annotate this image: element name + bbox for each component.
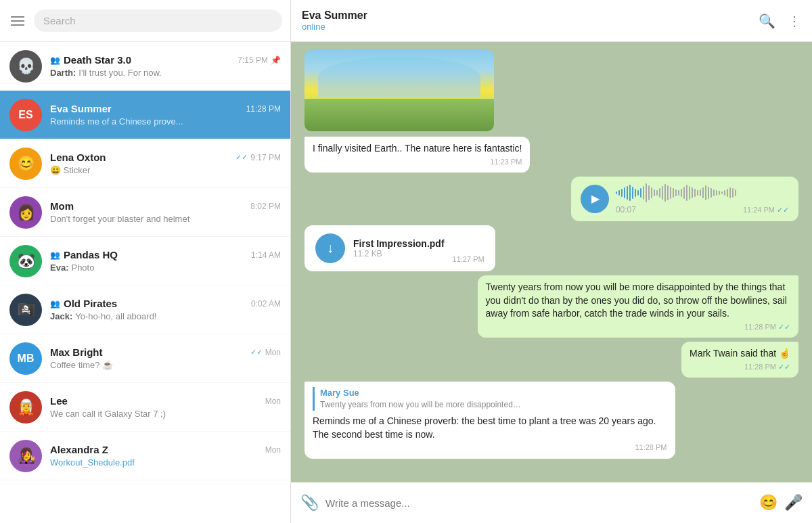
chat-time: Mon bbox=[265, 348, 281, 357]
file-info: First Impression.pdf 11.2 KB bbox=[353, 238, 445, 258]
chat-preview: Workout_Shedule.pdf bbox=[50, 457, 281, 468]
message-outgoing-long: Twenty years from now you will be more d… bbox=[304, 275, 798, 338]
chat-item-death-star[interactable]: 💀 👥Death Star 3.0 7:15 PM 📌 Darth: I'll … bbox=[0, 42, 290, 91]
chat-item-mom[interactable]: 👩 Mom 8:02 PM Don't forget your blaster … bbox=[0, 188, 290, 237]
chat-name: Max Bright bbox=[50, 346, 103, 358]
preview-sender: Darth: bbox=[50, 68, 76, 78]
avatar: 🧝 bbox=[9, 391, 42, 424]
group-icon: 👥 bbox=[50, 299, 60, 309]
chat-header: 👥Pandas HQ 1:14 AM bbox=[50, 249, 281, 260]
chat-info: Lee Mon We can call it Galaxy Star 7 ;) bbox=[50, 395, 281, 419]
chat-header: Lee Mon bbox=[50, 395, 281, 407]
chat-header: 👥Old Pirates 0:02 AM bbox=[50, 298, 281, 309]
left-panel: Search 💀 👥Death Star 3.0 7:15 PM 📌 Darth… bbox=[0, 0, 291, 523]
chat-name: Lee bbox=[50, 395, 68, 407]
preview-text: Yo-ho-ho, all aboard! bbox=[75, 311, 156, 321]
reply-author: Mary Sue bbox=[320, 387, 667, 399]
reply-quote: Mary Sue Twenty years from now you will … bbox=[313, 387, 667, 411]
chat-preview: 😀 Sticker bbox=[50, 165, 281, 175]
chat-header: 👥Death Star 3.0 7:15 PM 📌 bbox=[50, 54, 281, 66]
chat-name: 👥Old Pirates bbox=[50, 298, 117, 309]
preview-text: We can call it Galaxy Star 7 ;) bbox=[50, 409, 166, 419]
chat-item-max-bright[interactable]: MB Max Bright ✓✓ Mon Coffee time? ☕ bbox=[0, 334, 290, 383]
chat-time: Mon bbox=[265, 445, 281, 455]
download-button[interactable]: ↓ bbox=[315, 233, 345, 263]
chat-name: 👥Death Star 3.0 bbox=[50, 54, 131, 66]
message-time: 11:24 PM ✓✓ bbox=[743, 206, 789, 214]
message-time: 11:23 PM bbox=[313, 157, 522, 167]
microphone-icon[interactable]: 🎤 bbox=[784, 494, 803, 511]
attach-icon[interactable]: 📎 bbox=[300, 494, 319, 511]
group-icon: 👥 bbox=[50, 250, 60, 260]
chat-preview: Darth: I'll trust you. For now. bbox=[50, 68, 281, 78]
chat-preview: Reminds me of a Chinese prove... bbox=[50, 116, 281, 127]
chat-info: 👥Old Pirates 0:02 AM Jack: Yo-ho-ho, all… bbox=[50, 298, 281, 321]
message-text: Mark Twain said that ☝ bbox=[690, 348, 790, 359]
message-bubble: I finally visited Earth.. The nature her… bbox=[304, 137, 530, 173]
chat-item-old-pirates[interactable]: 🏴‍☠️ 👥Old Pirates 0:02 AM Jack: Yo-ho-ho… bbox=[0, 286, 290, 334]
chat-info: Max Bright ✓✓ Mon Coffee time? ☕ bbox=[50, 346, 281, 370]
chat-time: 0:02 AM bbox=[251, 299, 281, 309]
avatar: ES bbox=[9, 99, 42, 131]
chat-item-eva-summer[interactable]: ES Eva Summer 11:28 PM Reminds me of a C… bbox=[0, 91, 290, 139]
text-bubble: Mark Twain said that ☝ 11:28 PM ✓✓ bbox=[681, 342, 798, 378]
chat-info: Lena Oxton ✓✓ 9:17 PM 😀 Sticker bbox=[50, 152, 281, 175]
contact-name: Eva Summer bbox=[302, 9, 750, 22]
avatar: 👩‍🎤 bbox=[9, 440, 42, 472]
chat-time: 9:17 PM bbox=[250, 153, 281, 162]
more-options-icon[interactable]: ⋮ bbox=[788, 13, 801, 29]
message-text: Reminds me of a Chinese proverb: the bes… bbox=[313, 415, 656, 440]
message-bubble: Twenty years from now you will be more d… bbox=[478, 275, 799, 338]
play-button[interactable]: ▶ bbox=[581, 185, 609, 213]
avatar: MB bbox=[9, 342, 42, 375]
chat-item-lena-oxton[interactable]: 😊 Lena Oxton ✓✓ 9:17 PM 😀 Sticker bbox=[0, 139, 290, 188]
search-icon[interactable]: 🔍 bbox=[759, 13, 775, 29]
preview-sender: Jack: bbox=[50, 311, 72, 321]
contact-info: Eva Summer online bbox=[302, 9, 750, 32]
chat-name: Lena Oxton bbox=[50, 152, 106, 163]
message-bubble: Mary Sue Twenty years from now you will … bbox=[304, 382, 675, 459]
double-check-icon: ✓✓ bbox=[235, 153, 248, 162]
chat-preview: Jack: Yo-ho-ho, all aboard! bbox=[50, 311, 281, 321]
chat-header: Max Bright ✓✓ Mon bbox=[50, 346, 281, 358]
chat-time: 7:15 PM bbox=[238, 55, 268, 65]
message-photo bbox=[304, 50, 798, 133]
preview-text: Reminds me of a Chinese prove... bbox=[50, 116, 183, 127]
message-time: 11:28 PM ✓✓ bbox=[486, 322, 791, 332]
right-panel: Eva Summer online 🔍 ⋮ I finally visited … bbox=[291, 0, 812, 523]
top-bar: Search bbox=[0, 0, 290, 42]
text-bubble: Mary Sue Twenty years from now you will … bbox=[304, 382, 675, 459]
chat-list: 💀 👥Death Star 3.0 7:15 PM 📌 Darth: I'll … bbox=[0, 42, 290, 523]
chat-header: Eva Summer 11:28 PM bbox=[50, 103, 281, 114]
waveform bbox=[616, 183, 736, 202]
menu-button[interactable] bbox=[8, 14, 27, 28]
chat-info: Mom 8:02 PM Don't forget your blaster an… bbox=[50, 200, 281, 224]
preview-text: I'll trust you. For now. bbox=[78, 68, 161, 78]
message-time: 11:28 PM bbox=[313, 442, 667, 453]
chat-item-pandas-hq[interactable]: 🐼 👥Pandas HQ 1:14 AM Eva: Photo bbox=[0, 237, 290, 286]
chat-preview: Don't forget your blaster and helmet bbox=[50, 214, 281, 224]
text-bubble: Twenty years from now you will be more d… bbox=[478, 275, 799, 338]
avatar: 😊 bbox=[9, 147, 42, 180]
chat-item-alexandra-z[interactable]: 👩‍🎤 Alexandra Z Mon Workout_Shedule.pdf bbox=[0, 432, 290, 480]
chat-time: 11:28 PM bbox=[246, 104, 281, 114]
message-time: 11:27 PM bbox=[453, 255, 484, 263]
chat-info: Eva Summer 11:28 PM Reminds me of a Chin… bbox=[50, 103, 281, 127]
chat-name: Mom bbox=[50, 200, 74, 212]
chat-item-lee[interactable]: 🧝 Lee Mon We can call it Galaxy Star 7 ;… bbox=[0, 383, 290, 432]
file-bubble: ↓ First Impression.pdf 11.2 KB 11:27 PM bbox=[304, 225, 495, 271]
preview-text: Coffee time? ☕ bbox=[50, 360, 113, 370]
chat-info: Alexandra Z Mon Workout_Shedule.pdf bbox=[50, 444, 281, 468]
emoji-icon[interactable]: 😊 bbox=[759, 494, 777, 511]
chat-preview: We can call it Galaxy Star 7 ;) bbox=[50, 409, 281, 419]
message-file: ↓ First Impression.pdf 11.2 KB 11:27 PM bbox=[304, 225, 798, 271]
preview-text: 😀 Sticker bbox=[50, 165, 90, 175]
message-mark-twain: Mark Twain said that ☝ 11:28 PM ✓✓ bbox=[304, 342, 798, 378]
message-input[interactable] bbox=[325, 497, 752, 509]
avatar: 💀 bbox=[9, 50, 42, 83]
message-voice: ▶ 00:07 11:24 PM ✓✓ bbox=[304, 177, 798, 221]
search-input[interactable]: Search bbox=[34, 9, 282, 32]
preview-sender: Eva: bbox=[50, 263, 68, 273]
photo-bubble bbox=[304, 50, 494, 131]
voice-bubble: ▶ 00:07 11:24 PM ✓✓ bbox=[571, 177, 798, 221]
